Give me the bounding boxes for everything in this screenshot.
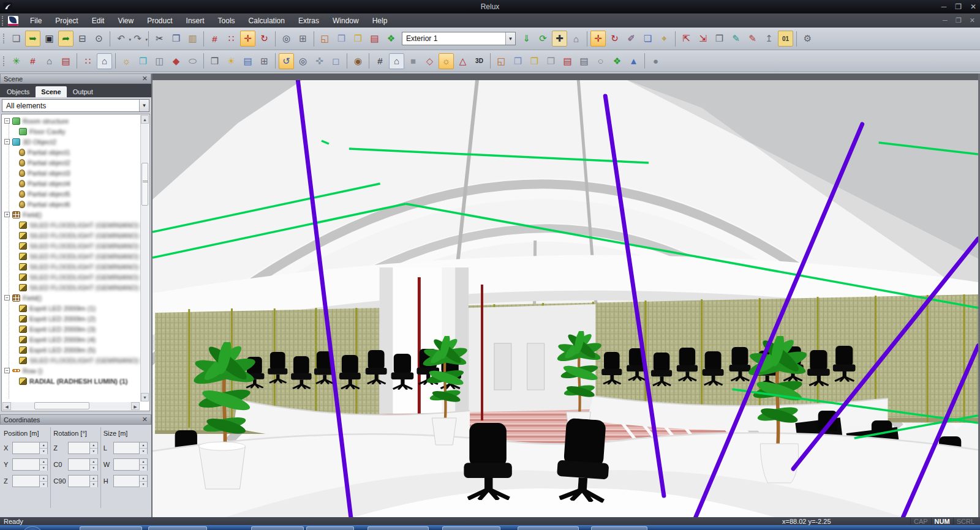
pan-view-icon[interactable]: ✜ xyxy=(312,53,327,69)
import-project-icon[interactable]: ➦ xyxy=(58,31,74,47)
spinner-down-icon[interactable]: ▼ xyxy=(90,465,97,471)
expand-icon[interactable]: + xyxy=(4,212,10,217)
view-cube-yellow-icon[interactable]: ❒ xyxy=(350,31,366,47)
coordinates-panel-close-icon[interactable]: ✕ xyxy=(142,416,148,424)
taskbar-button[interactable] xyxy=(251,526,304,530)
tree-item[interactable]: SILED FLOODLIGHT (GEMINIANO) 1 xyxy=(2,261,140,272)
view-text-icon[interactable]: ▤ xyxy=(576,53,592,69)
tree-item[interactable]: −Row () xyxy=(2,365,140,376)
display-light-cones-icon[interactable]: △ xyxy=(455,53,470,69)
coord-input-pos-x[interactable]: ▲▼ xyxy=(12,442,48,454)
mdi-restore-button[interactable]: ❐ xyxy=(956,17,962,24)
undo-icon[interactable]: ↶▾ xyxy=(113,31,129,47)
tab-objects[interactable]: Objects xyxy=(1,86,35,97)
taskbar-button[interactable] xyxy=(442,526,500,530)
taskbar-button[interactable] xyxy=(591,526,647,530)
scale-handle-se-icon[interactable]: ⇲ xyxy=(695,31,710,47)
collapse-icon[interactable]: − xyxy=(4,118,10,124)
insert-window-icon[interactable]: ◫ xyxy=(152,53,167,69)
spinner-down-icon[interactable]: ▼ xyxy=(90,448,97,454)
tree-item[interactable]: SILED FLOODLIGHT (GEMINIANO) 1 xyxy=(2,251,140,261)
project-tree-icon[interactable]: ⊞ xyxy=(257,53,272,69)
insert-3d-object-icon[interactable]: ⟳ xyxy=(535,31,551,47)
scroll-down-icon[interactable]: ▼ xyxy=(141,393,149,401)
tree-item[interactable]: Esprit LED 2000lm (4) xyxy=(2,334,140,345)
room-edit-mode-icon[interactable]: ⌂ xyxy=(97,53,112,69)
spinner-down-icon[interactable]: ▼ xyxy=(90,481,97,487)
save-icon[interactable]: ▣ xyxy=(42,31,57,47)
menu-insert[interactable]: Insert xyxy=(179,13,211,28)
tree-item[interactable]: Partial object6 xyxy=(2,199,140,209)
tree-horizontal-scrollbar[interactable]: ◀ ▶ xyxy=(2,402,140,410)
start-orb-icon[interactable] xyxy=(22,526,43,530)
tree-item[interactable]: +Field() xyxy=(2,209,140,220)
report-settings-icon[interactable]: ▤ xyxy=(58,53,74,69)
daylight-icon[interactable]: ☀ xyxy=(224,53,239,69)
coord-input-size-l[interactable]: ▲▼ xyxy=(113,442,148,454)
taskbar-button[interactable] xyxy=(518,526,579,530)
cut-icon[interactable]: ✂ xyxy=(152,31,167,47)
project-manager-icon[interactable]: ⊞ xyxy=(295,31,311,47)
select-region-icon[interactable]: ◻ xyxy=(328,53,344,69)
tree-item[interactable]: Esprit LED 2000lm (5) xyxy=(2,345,140,355)
orbit-view-icon[interactable]: ↺ xyxy=(279,53,294,69)
extrude-icon[interactable]: ↥ xyxy=(761,31,777,47)
coord-input-rot-z[interactable]: ▲▼ xyxy=(68,442,97,454)
taskbar-button[interactable] xyxy=(368,526,429,530)
scene-settings-icon[interactable]: ▤ xyxy=(240,53,255,69)
paste-icon[interactable]: ▥ xyxy=(185,31,200,47)
collapse-icon[interactable]: − xyxy=(4,295,10,300)
spinner-up-icon[interactable]: ▲ xyxy=(90,442,97,448)
tab-scene[interactable]: Scene xyxy=(36,86,66,97)
spinner-down-icon[interactable]: ▼ xyxy=(140,448,147,454)
tree-item[interactable]: SILED FLOODLIGHT (GEMINIANO) 1 xyxy=(2,241,140,251)
object-tools-icon[interactable]: ❒ xyxy=(207,53,222,69)
mdi-close-button[interactable]: ✕ xyxy=(970,17,975,24)
tree-item[interactable]: −Field() xyxy=(2,293,140,303)
stereo-3d-icon[interactable]: 3D xyxy=(472,53,487,69)
tree-item[interactable]: −3D Object2 xyxy=(2,136,140,147)
tree-item[interactable]: Partial object4 xyxy=(2,178,140,188)
tree-item[interactable]: RADIAL (RADHESH LUMIN) (1) xyxy=(2,376,140,386)
raytrace-render-icon[interactable]: ● xyxy=(648,53,663,69)
minimize-button[interactable]: ─ xyxy=(941,2,947,11)
spinner-up-icon[interactable]: ▲ xyxy=(140,442,147,448)
output-report-icon[interactable]: ▤ xyxy=(367,31,382,47)
taskbar-button[interactable] xyxy=(306,526,354,530)
axes-origin-icon[interactable]: ✳ xyxy=(9,53,24,69)
scrollbar-thumb[interactable] xyxy=(141,163,148,206)
grid-settings-icon[interactable]: # xyxy=(25,53,40,69)
spinner-down-icon[interactable]: ▼ xyxy=(40,448,47,454)
spinner-down-icon[interactable]: ▼ xyxy=(40,465,47,471)
box-select-icon[interactable]: ❏ xyxy=(640,31,655,47)
toolbar-gripper[interactable] xyxy=(2,16,4,26)
spinner-up-icon[interactable]: ▲ xyxy=(40,442,47,448)
display-room-icon[interactable]: ⌂ xyxy=(389,53,404,69)
tree-item[interactable]: Esprit LED 2000lm (3) xyxy=(2,324,140,334)
scale-handle-nw-icon[interactable]: ⇱ xyxy=(679,31,694,47)
tab-output[interactable]: Output xyxy=(67,86,99,97)
menu-file[interactable]: File xyxy=(23,13,48,28)
snap-raster-icon[interactable]: ∷ xyxy=(224,31,239,47)
settings-wrench-icon[interactable]: ⚙ xyxy=(800,31,815,47)
spinner-down-icon[interactable]: ▼ xyxy=(40,481,47,487)
rotate-tool-icon[interactable]: ↻ xyxy=(257,31,272,47)
coord-input-size-w[interactable]: ▲▼ xyxy=(113,458,148,471)
spinner-up-icon[interactable]: ▲ xyxy=(90,476,97,481)
display-calc-surface-icon[interactable]: ◇ xyxy=(422,53,437,69)
menu-view[interactable]: View xyxy=(111,13,140,28)
mdi-minimize-button[interactable]: ─ xyxy=(943,17,948,24)
insert-sensor-icon[interactable]: ⌂ xyxy=(568,31,584,47)
display-surfaces-icon[interactable]: ■ xyxy=(405,53,421,69)
spinner-down-icon[interactable]: ▼ xyxy=(140,481,147,487)
restore-button[interactable]: ❐ xyxy=(955,2,962,11)
menu-project[interactable]: Project xyxy=(48,13,85,28)
view-cube-blue-icon[interactable]: ❒ xyxy=(334,31,349,47)
spinner-down-icon[interactable]: ▼ xyxy=(140,465,147,471)
measure-ruler-icon[interactable]: 01 xyxy=(778,31,793,47)
move-object-icon[interactable]: ✛ xyxy=(590,31,606,47)
view-perspective-icon[interactable]: ❒ xyxy=(543,53,559,69)
menu-extras[interactable]: Extras xyxy=(292,13,326,28)
open-project-icon[interactable]: ➥ xyxy=(25,31,40,47)
tree-item[interactable]: SILED FLOODLIGHT (GEMINIANO) 1 xyxy=(2,272,140,282)
